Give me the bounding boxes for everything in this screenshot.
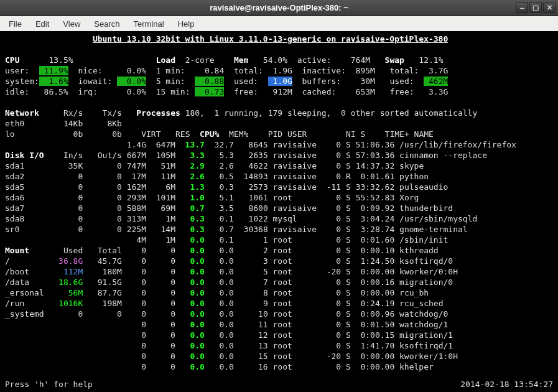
proc-cpu: 2.6 [175, 172, 205, 181]
proc-cpu: 13.7 [175, 140, 205, 149]
proc-res: 69M [146, 203, 175, 213]
net-iface: eth0 [5, 119, 49, 128]
swap-pct: 12.1% [414, 55, 444, 65]
mem-free: 912M [268, 87, 292, 96]
text [341, 288, 346, 297]
proc-ni: 0 [322, 193, 341, 202]
text [5, 320, 122, 329]
proc-pid: 1 [234, 235, 268, 245]
proc-virt: 0 [122, 246, 146, 255]
proc-res: 51M [146, 161, 175, 170]
proc-time: 0:00.00 [356, 362, 395, 371]
menu-edit[interactable]: Edit [29, 18, 55, 30]
proc-user: root [273, 299, 322, 308]
terminal-line: / 36.8G 45.7G 0 0 0.0 0.0 3 root 0 S 1:2… [5, 256, 553, 266]
menu-help[interactable]: Help [172, 18, 201, 30]
mount-used: 112M [49, 267, 83, 276]
text [341, 362, 346, 371]
col-virt: VIRT [136, 129, 160, 139]
window-title: ravisaive@ravisaive-OptiPlex-380: ~ [210, 3, 348, 12]
text [268, 182, 273, 192]
menu-search[interactable]: Search [88, 18, 126, 30]
proc-time: 0:00.00 [356, 352, 395, 361]
col-time: TIME+ [370, 129, 409, 139]
text [282, 129, 287, 139]
disk-out: 0 [83, 214, 122, 223]
text [341, 320, 346, 329]
mem-used: 1.0G [268, 77, 292, 86]
proc-time: 0:00.16 [356, 278, 395, 287]
text [68, 77, 78, 86]
proc-s: S [346, 362, 356, 371]
proc-cpu: 2.9 [175, 161, 205, 170]
proc-res: 0 [146, 320, 175, 329]
col-cpu[interactable]: CPU% [190, 129, 219, 139]
terminal-line: 1.4G 647M 13.7 32.7 8645 ravisaive 0 S 5… [5, 139, 553, 150]
proc-res: 11M [146, 172, 175, 181]
menubar: File Edit View Search Terminal Help [0, 16, 558, 31]
terminal-line: 0 0 0.0 0.0 12 root 0 S 0:00.15 migratio… [5, 330, 553, 340]
proc-pid: 8645 [234, 140, 268, 149]
proc-user: root [273, 278, 322, 287]
text [341, 299, 346, 308]
disk-in: 0 [49, 203, 83, 213]
menu-terminal[interactable]: Terminal [128, 18, 170, 30]
proc-virt: 588M [122, 203, 146, 213]
text [394, 267, 399, 276]
terminal-line: sr0 0 0 225M 14M 0.3 0.7 30368 ravisaive… [5, 224, 553, 235]
menu-file[interactable]: File [2, 18, 28, 30]
proc-res: 0 [146, 267, 175, 276]
text [268, 246, 273, 255]
mount-point: / [5, 256, 49, 266]
load-1m-label: 1 min: [156, 66, 195, 75]
proc-res: 0 [146, 341, 175, 350]
proc-pid: 13 [234, 341, 268, 350]
menu-view[interactable]: View [57, 18, 86, 30]
net-tx: 8Kb [83, 119, 122, 128]
mount-total: 91.5G [83, 278, 122, 287]
proc-ni: 0 [322, 161, 341, 170]
mem-cached: 653M [351, 87, 375, 96]
text [341, 182, 346, 192]
text [268, 267, 273, 276]
disk-in: 0 [49, 182, 83, 192]
text [268, 140, 273, 149]
proc-pid: 8600 [234, 203, 268, 213]
proc-user: mysql [273, 214, 322, 223]
proc-mem: 0.0 [205, 299, 234, 308]
mount-total: 198M [83, 299, 122, 308]
terminal-line [5, 44, 553, 55]
text [122, 108, 136, 118]
text [375, 77, 389, 86]
terminal-viewport[interactable]: Ubuntu 13.10 32bit with Linux 3.11.0-13-… [0, 31, 558, 392]
text [394, 352, 399, 361]
proc-virt: 162M [122, 182, 146, 192]
maximize-button[interactable]: ▢ [529, 2, 542, 13]
proc-pid: 11 [234, 320, 268, 329]
proc-virt: 225M [122, 225, 146, 234]
text [370, 55, 384, 65]
proc-res: 1M [146, 214, 175, 223]
text [224, 55, 234, 65]
proc-virt: 747M [122, 161, 146, 170]
proc-pid: 2573 [234, 182, 268, 192]
swap-free-label: free: [389, 87, 424, 96]
proc-pid: 10 [234, 309, 268, 319]
terminal-line: sda5 0 0 162M 6M 1.3 0.3 2573 ravisaive … [5, 182, 553, 192]
mount-total: 0 [83, 309, 122, 319]
net-tx: 0b [83, 129, 122, 139]
minimize-button[interactable]: ‒ [516, 2, 528, 13]
net-rx: 14Kb [49, 119, 83, 128]
terminal-line: 0 0 0.0 0.0 11 root 0 S 0:01.50 watchdog… [5, 319, 553, 330]
proc-mem: 0.0 [205, 320, 234, 329]
proc-user: root [273, 309, 322, 319]
net-rx: 0b [49, 129, 83, 139]
terminal-line: sda8 0 0 313M 1M 0.3 0.1 1022 mysql 0 S … [5, 213, 553, 224]
proc-ni: 0 [322, 330, 341, 340]
text [341, 352, 346, 361]
proc-s: S [346, 246, 356, 255]
proc-name: watchdog/1 [399, 320, 448, 329]
text [394, 256, 399, 266]
close-button[interactable]: ✕ [543, 2, 556, 13]
text [394, 235, 399, 245]
